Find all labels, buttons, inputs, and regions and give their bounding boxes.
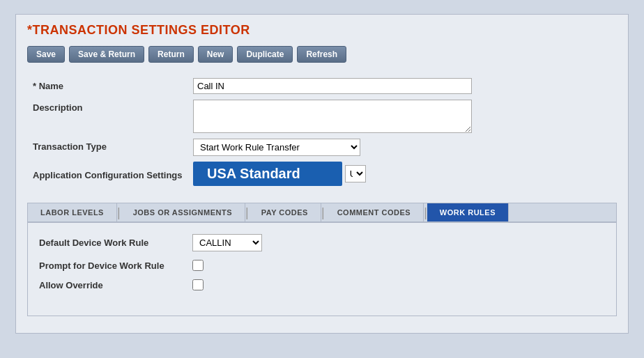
new-button[interactable]: New (198, 46, 233, 63)
description-row: Description (33, 100, 617, 133)
default-device-label: Default Device Work Rule (39, 238, 192, 248)
transaction-type-select[interactable]: Start Work Rule Transfer End Work Rule T… (193, 139, 360, 156)
return-button[interactable]: Return (148, 46, 194, 63)
tab-content-work-rules: Default Device Work Rule CALLIN CALLOUT … (27, 223, 617, 316)
prompt-row: Prompt for Device Work Rule (39, 260, 605, 271)
tab-pay-codes[interactable]: PAY CODES (249, 203, 321, 221)
app-config-wrapper: USA Standard USA Standard (193, 162, 366, 186)
usa-standard-overlay[interactable]: USA Standard (193, 162, 342, 186)
save-button[interactable]: Save (27, 46, 65, 63)
default-device-select[interactable]: CALLIN CALLOUT REGULAR (192, 234, 262, 251)
transaction-type-row: Transaction Type Start Work Rule Transfe… (33, 139, 617, 156)
refresh-button[interactable]: Refresh (297, 46, 346, 63)
transaction-type-label: Transaction Type (33, 139, 193, 152)
prompt-checkbox[interactable] (192, 260, 204, 271)
tab-jobs-assignments[interactable]: JOBS OR ASSIGNMENTS (121, 203, 245, 221)
save-return-button[interactable]: Save & Return (69, 46, 144, 63)
name-input[interactable] (193, 78, 472, 94)
prompt-label: Prompt for Device Work Rule (39, 260, 192, 271)
app-config-row: Application Configuration Settings USA S… (33, 162, 617, 186)
allow-override-checkbox[interactable] (192, 279, 204, 290)
allow-override-label: Allow Override (39, 280, 192, 290)
description-label: Description (33, 100, 193, 113)
main-container: *TRANSACTION SETTINGS EDITOR Save Save &… (15, 14, 629, 334)
tab-work-rules[interactable]: WORK RULES (427, 203, 509, 221)
duplicate-button[interactable]: Duplicate (237, 46, 293, 63)
app-config-select[interactable]: USA Standard (345, 165, 366, 182)
tabs-bar: LABOR LEVELS | JOBS OR ASSIGNMENTS | PAY… (27, 203, 617, 223)
default-device-row: Default Device Work Rule CALLIN CALLOUT … (39, 234, 605, 251)
page-title: *TRANSACTION SETTINGS EDITOR (27, 23, 617, 38)
tab-comment-codes[interactable]: COMMENT CODES (325, 203, 424, 221)
form-section: * Name Description Transaction Type Star… (27, 75, 617, 203)
name-label: * Name (33, 78, 193, 91)
name-row: * Name (33, 78, 617, 94)
allow-override-row: Allow Override (39, 279, 605, 290)
app-config-label: Application Configuration Settings (33, 167, 193, 180)
tab-labor-levels[interactable]: LABOR LEVELS (28, 203, 117, 221)
description-input[interactable] (193, 100, 472, 133)
toolbar: Save Save & Return Return New Duplicate … (27, 46, 617, 63)
